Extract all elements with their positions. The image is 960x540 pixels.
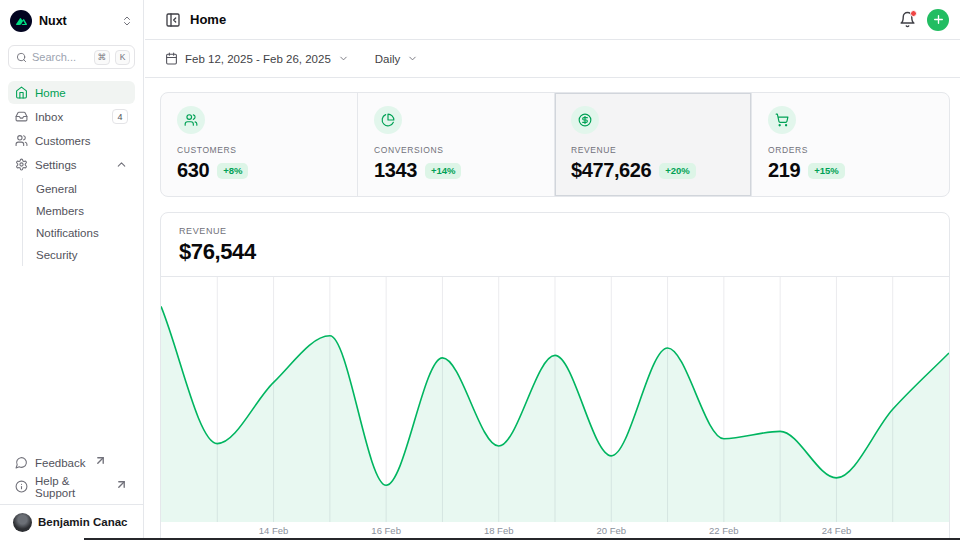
chevron-down-icon — [338, 53, 349, 64]
date-range-label: Feb 12, 2025 - Feb 26, 2025 — [185, 53, 331, 65]
topbar: Home — [145, 0, 960, 40]
external-link-icon — [115, 478, 128, 491]
sidebar-item-help-support[interactable]: Help & Support — [8, 475, 135, 498]
dashboard-app: Nuxt ⌘ K Home Inbox 4 Customers — [0, 0, 960, 540]
sidebar-item-label: Home — [35, 87, 66, 99]
main-area: Home Feb 12, 2025 - Feb 26, 2025 Daily — [145, 0, 960, 540]
search-input[interactable] — [32, 51, 89, 63]
sidebar-item-label: Customers — [35, 135, 91, 147]
x-tick-label: 24 Feb — [822, 525, 852, 536]
chart-metric-value: $76,544 — [179, 239, 931, 265]
topbar-actions — [899, 9, 949, 31]
area-chart — [161, 277, 949, 522]
page-content: CUSTOMERS 630 +8% CONVERSIONS 1343 +14% — [145, 78, 960, 540]
sidebar-item-security[interactable]: Security — [36, 244, 135, 266]
calendar-icon — [165, 52, 178, 65]
stat-label: REVENUE — [571, 145, 735, 155]
users-icon — [177, 106, 205, 134]
stats-row: CUSTOMERS 630 +8% CONVERSIONS 1343 +14% — [160, 92, 950, 197]
date-range-button[interactable]: Feb 12, 2025 - Feb 26, 2025 — [165, 52, 349, 65]
search-icon — [16, 52, 27, 63]
kbd-k: K — [115, 50, 130, 65]
sidebar-item-label: General — [36, 183, 77, 195]
stat-value: $477,626 — [571, 159, 651, 182]
stat-value: 1343 — [374, 159, 417, 182]
cart-icon — [768, 106, 796, 134]
revenue-chart-card: REVENUE $76,544 14 Feb16 Feb18 Feb20 Feb… — [160, 212, 950, 540]
stat-delta-badge: +15% — [808, 163, 845, 179]
sidebar-footer: Feedback Help & Support — [8, 451, 135, 504]
panel-left-close-icon — [165, 12, 181, 28]
stat-delta-badge: +14% — [425, 163, 462, 179]
search-input-wrap[interactable]: ⌘ K — [8, 45, 135, 69]
notifications-button[interactable] — [899, 11, 916, 28]
filters-toolbar: Feb 12, 2025 - Feb 26, 2025 Daily — [145, 40, 960, 78]
workspace-name: Nuxt — [39, 14, 114, 28]
user-name: Benjamin Canac — [38, 516, 127, 528]
sidebar-item-feedback[interactable]: Feedback — [8, 451, 135, 474]
sidebar-item-general[interactable]: General — [36, 178, 135, 200]
sidebar-nav: Home Inbox 4 Customers Settings General … — [8, 81, 135, 266]
sidebar-item-label: Settings — [35, 159, 77, 171]
sidebar-item-label: Notifications — [36, 227, 99, 239]
stat-delta-badge: +8% — [217, 163, 248, 179]
sidebar-item-inbox[interactable]: Inbox 4 — [8, 105, 135, 128]
granularity-label: Daily — [375, 53, 401, 65]
sidebar-item-label: Feedback — [35, 457, 86, 469]
chart-metric-label: REVENUE — [179, 226, 931, 236]
info-circle-icon — [15, 480, 28, 493]
sidebar-user-section: Benjamin Canac — [0, 504, 143, 540]
sidebar-item-home[interactable]: Home — [8, 81, 135, 104]
stat-customers[interactable]: CUSTOMERS 630 +8% — [161, 93, 358, 196]
x-tick-label: 20 Feb — [596, 525, 626, 536]
chevron-down-icon — [407, 53, 418, 64]
settings-children: General Members Notifications Security — [22, 178, 135, 266]
sidebar: Nuxt ⌘ K Home Inbox 4 Customers — [0, 0, 144, 540]
granularity-select[interactable]: Daily — [375, 53, 419, 65]
x-tick-label: 18 Feb — [484, 525, 514, 536]
sidebar-spacer — [8, 266, 135, 451]
stat-delta-badge: +20% — [659, 163, 696, 179]
notification-dot — [910, 10, 917, 17]
chevron-up-icon — [115, 158, 128, 171]
area-chart-svg — [161, 277, 949, 522]
sidebar-item-label: Members — [36, 205, 84, 217]
sidebar-item-members[interactable]: Members — [36, 200, 135, 222]
inbox-count-badge: 4 — [112, 109, 128, 124]
page-title: Home — [190, 12, 226, 27]
stat-label: CUSTOMERS — [177, 145, 341, 155]
x-tick-label: 14 Feb — [259, 525, 289, 536]
stat-label: CONVERSIONS — [374, 145, 538, 155]
workspace-switcher[interactable]: Nuxt — [8, 8, 135, 34]
home-icon — [15, 86, 28, 99]
sidebar-item-settings[interactable]: Settings — [8, 153, 135, 176]
stat-value: 219 — [768, 159, 800, 182]
dollar-circle-icon — [571, 106, 599, 134]
stat-orders[interactable]: ORDERS 219 +15% — [752, 93, 949, 196]
inbox-icon — [15, 110, 28, 123]
sidebar-item-notifications[interactable]: Notifications — [36, 222, 135, 244]
avatar — [13, 513, 32, 532]
gear-icon — [15, 158, 28, 171]
kbd-cmd: ⌘ — [94, 50, 111, 65]
x-tick-label: 22 Feb — [709, 525, 739, 536]
stat-conversions[interactable]: CONVERSIONS 1343 +14% — [358, 93, 555, 196]
users-icon — [15, 134, 28, 147]
external-link-icon — [94, 454, 107, 467]
chevrons-up-down-icon — [121, 15, 133, 27]
stat-revenue[interactable]: REVENUE $477,626 +20% — [555, 93, 752, 196]
sidebar-item-label: Security — [36, 249, 78, 261]
nuxt-logo-icon — [10, 10, 32, 32]
sidebar-item-customers[interactable]: Customers — [8, 129, 135, 152]
pie-chart-icon — [374, 106, 402, 134]
message-circle-icon — [15, 456, 28, 469]
user-menu-button[interactable]: Benjamin Canac — [8, 510, 135, 534]
add-button[interactable] — [927, 9, 949, 31]
stat-label: ORDERS — [768, 145, 933, 155]
sidebar-item-label: Inbox — [35, 111, 63, 123]
sidebar-item-label: Help & Support — [35, 475, 107, 499]
sidebar-collapse-button[interactable] — [165, 12, 181, 28]
x-tick-label: 16 Feb — [371, 525, 401, 536]
stat-value: 630 — [177, 159, 209, 182]
plus-icon — [932, 13, 945, 26]
